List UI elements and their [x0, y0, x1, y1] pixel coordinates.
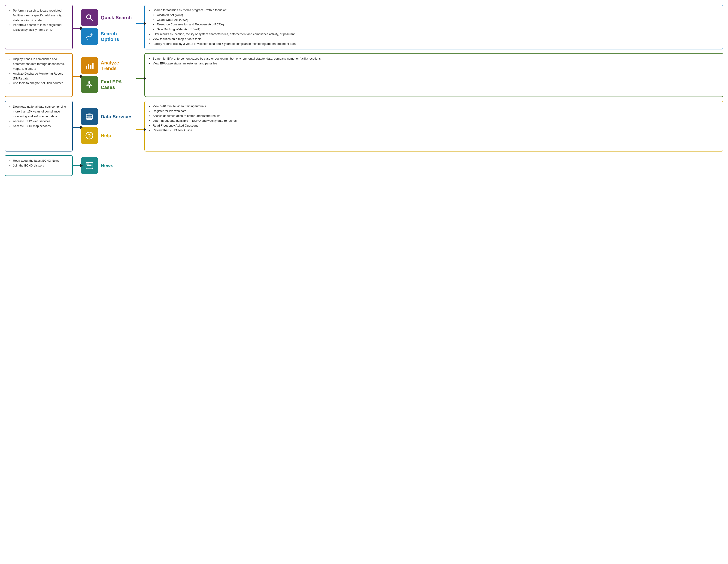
arrow-line-2: [73, 76, 81, 77]
quick-search-icon-box[interactable]: [81, 9, 98, 26]
svg-point-14: [86, 118, 93, 120]
right-panel-epa: Search for EPA enforcement cases by case…: [144, 53, 723, 97]
list-item: View 5-10 minute video training tutorial…: [153, 104, 237, 109]
main-diagram: Perform a search to locate regulated fac…: [5, 5, 723, 176]
list-item: Search for EPA enforcement cases by case…: [153, 56, 321, 61]
right-list-epa: Search for EPA enforcement cases by case…: [149, 56, 321, 66]
left-list-trends: Display trends in compliance and enforce…: [9, 57, 69, 86]
data-services-icon-row[interactable]: Data Services: [81, 108, 136, 125]
right-arrow-line: [136, 23, 144, 24]
svg-rect-6: [92, 63, 94, 69]
list-item: Register for live webinars: [153, 109, 237, 114]
list-item: Access ECHO web services: [13, 119, 69, 124]
center-icons-1: Quick Search Search Options: [81, 5, 136, 49]
list-item: Join the ECHO Listserv: [13, 163, 69, 168]
analyze-trends-icon-row[interactable]: Analyze Trends: [81, 57, 136, 74]
right-arrow-connector-2: [136, 53, 144, 97]
right-arrow-connector-1: [136, 5, 144, 49]
quick-search-label[interactable]: Quick Search: [98, 15, 132, 20]
list-item: View EPA case status, milestones, and pe…: [153, 61, 321, 66]
data-services-label[interactable]: Data Services: [98, 114, 133, 119]
row-data-services-help: Download national data sets comprising m…: [5, 101, 723, 152]
right-arrow-connector-3: [136, 101, 144, 152]
search-options-label[interactable]: Search Options: [98, 31, 136, 42]
svg-point-13: [86, 116, 93, 118]
list-item: Search for facilities by media program –…: [153, 8, 296, 32]
arrow-connector-1: [73, 5, 81, 49]
right-arrow-line-2: [136, 78, 144, 79]
svg-rect-4: [88, 64, 89, 69]
list-item: Access ECHO map services: [13, 124, 69, 129]
arrow-connector-2: [73, 53, 81, 97]
arrow-connector-4: [73, 155, 81, 176]
list-item: Clean Water Act (CWA): [157, 18, 296, 22]
row-quick-search-options: Perform a search to locate regulated fac…: [5, 5, 723, 49]
quick-search-icon-row[interactable]: Quick Search: [81, 9, 136, 26]
svg-text:?: ?: [88, 133, 91, 138]
news-icon-box[interactable]: [81, 157, 98, 174]
list-item: Review the ECHO Tool Guide: [153, 128, 237, 133]
row-analyze-trends-epa: Display trends in compliance and enforce…: [5, 53, 723, 97]
right-list-search: Search for facilities by media program –…: [149, 8, 296, 46]
left-list-search: Perform a search to locate regulated fac…: [9, 8, 69, 32]
list-item: Perform a search to locate regulated fac…: [13, 23, 69, 32]
list-item: Access documentation to better understan…: [153, 114, 237, 118]
list-item: Read about the latest ECHO News: [13, 158, 69, 163]
arrow-line: [73, 28, 81, 29]
left-list-news: Read about the latest ECHO News Join the…: [9, 158, 69, 168]
right-list-help: View 5-10 minute video training tutorial…: [149, 104, 237, 133]
help-label[interactable]: Help: [98, 133, 111, 138]
list-item: Resource Conservation and Recovery Act (…: [157, 22, 296, 27]
search-options-icon-box[interactable]: [81, 28, 98, 45]
news-label[interactable]: News: [98, 163, 113, 168]
analyze-trends-label[interactable]: Analyze Trends: [98, 60, 136, 71]
list-item: Perform a search to locate regulated fac…: [13, 8, 69, 23]
svg-line-1: [91, 19, 93, 21]
list-item: Learn about data available in ECHO and w…: [153, 118, 237, 123]
data-services-icon-box[interactable]: [81, 108, 98, 125]
find-epa-cases-label[interactable]: Find EPA Cases: [98, 79, 136, 90]
svg-rect-5: [90, 65, 91, 69]
news-icon-section[interactable]: News: [81, 155, 113, 176]
arrow-line-4: [73, 165, 81, 166]
left-panel-news: Read about the latest ECHO News Join the…: [5, 155, 73, 176]
help-icon-box[interactable]: ?: [81, 127, 98, 144]
svg-point-2: [91, 33, 93, 36]
list-item: Analyze Discharge Monitoring Report (DMR…: [13, 71, 69, 81]
svg-point-0: [87, 15, 91, 19]
svg-point-7: [88, 81, 91, 83]
list-item: Use tools to analyze pollution sources: [13, 81, 69, 86]
center-icons-2: Analyze Trends Find EPA Cases: [81, 53, 136, 97]
right-panel-search: Search for facilities by media program –…: [144, 5, 723, 49]
row-news: Read about the latest ECHO News Join the…: [5, 155, 723, 176]
list-item: Display trends in compliance and enforce…: [13, 57, 69, 71]
left-panel-trends: Display trends in compliance and enforce…: [5, 53, 73, 97]
list-item: Filter results by location, facility or …: [153, 32, 296, 37]
list-item: Download national data sets comprising m…: [13, 104, 69, 119]
list-item: View facilities on a map or data table: [153, 37, 296, 42]
search-options-icon-row[interactable]: Search Options: [81, 28, 136, 45]
arrow-line-3: [73, 127, 81, 128]
analyze-trends-icon-box[interactable]: [81, 57, 98, 74]
svg-rect-3: [86, 66, 87, 69]
list-item: Facility reports display 3 years of viol…: [153, 42, 296, 46]
find-epa-cases-icon-row[interactable]: Find EPA Cases: [81, 76, 136, 93]
find-epa-cases-icon-box[interactable]: [81, 76, 98, 93]
arrow-connector-3: [73, 101, 81, 152]
left-panel-data-services: Download national data sets comprising m…: [5, 101, 73, 152]
right-arrow-line-3: [136, 129, 144, 130]
list-item: Safe Drinking Water Act (SDWA): [157, 27, 296, 32]
center-icons-3: Data Services ? Help: [81, 101, 136, 152]
list-item: Read Frequently Asked Questions: [153, 123, 237, 128]
right-panel-help: View 5-10 minute video training tutorial…: [144, 101, 723, 152]
left-list-data: Download national data sets comprising m…: [9, 104, 69, 128]
help-icon-row[interactable]: ? Help: [81, 127, 136, 144]
left-panel-search: Perform a search to locate regulated fac…: [5, 5, 73, 49]
list-item: Clean Air Act (CAA): [157, 13, 296, 18]
svg-rect-21: [86, 163, 89, 165]
